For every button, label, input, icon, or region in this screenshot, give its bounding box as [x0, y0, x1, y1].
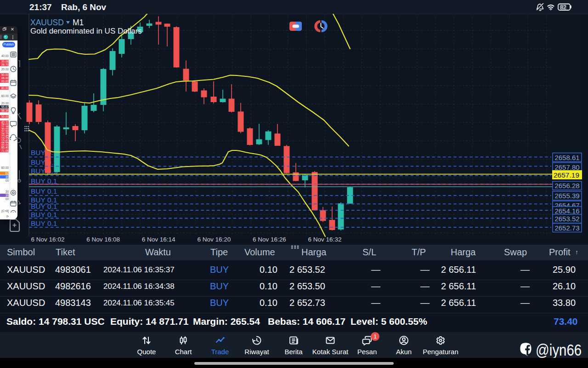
- svg-text:BUY 0.1: BUY 0.1: [31, 167, 57, 175]
- svg-text:XAUUSD: XAUUSD: [30, 18, 64, 27]
- svg-text:BUY 0.1: BUY 0.1: [31, 149, 57, 156]
- svg-text:2654.16: 2654.16: [554, 207, 579, 215]
- svg-text:6 Nov 16:08: 6 Nov 16:08: [86, 236, 120, 243]
- svg-text:2652.73: 2652.73: [554, 224, 579, 232]
- svg-text:BUY 0.1: BUY 0.1: [31, 187, 57, 195]
- svg-text:BUY 0.1: BUY 0.1: [31, 177, 57, 185]
- svg-text:M1: M1: [73, 18, 84, 27]
- svg-text:Gold denominated in US Dollars: Gold denominated in US Dollars: [30, 27, 142, 35]
- svg-text:2657.80: 2657.80: [554, 163, 579, 171]
- svg-text:2657.19: 2657.19: [554, 171, 579, 179]
- svg-text:?: ?: [12, 211, 15, 213]
- svg-text:2656.28: 2656.28: [554, 182, 579, 190]
- svg-text:6 Nov 16:20: 6 Nov 16:20: [197, 236, 231, 243]
- svg-text:6 Nov 16:14: 6 Nov 16:14: [142, 236, 175, 243]
- svg-text:6 Nov 16:26: 6 Nov 16:26: [253, 236, 286, 243]
- svg-text:BUY 0.1: BUY 0.1: [31, 211, 57, 218]
- svg-text:BUY 0.1: BUY 0.1: [31, 158, 57, 166]
- svg-text:82: 82: [560, 4, 566, 11]
- svg-text:BUY 0.1: BUY 0.1: [31, 202, 57, 210]
- svg-text:6 Nov 16:32: 6 Nov 16:32: [308, 236, 342, 243]
- svg-text:6 Nov 16:02: 6 Nov 16:02: [31, 236, 65, 243]
- svg-text:2653.52: 2653.52: [554, 215, 579, 223]
- svg-text:BUY 0.1: BUY 0.1: [31, 219, 57, 227]
- svg-text:2655.39: 2655.39: [554, 192, 579, 200]
- svg-text:2658.61: 2658.61: [554, 154, 579, 161]
